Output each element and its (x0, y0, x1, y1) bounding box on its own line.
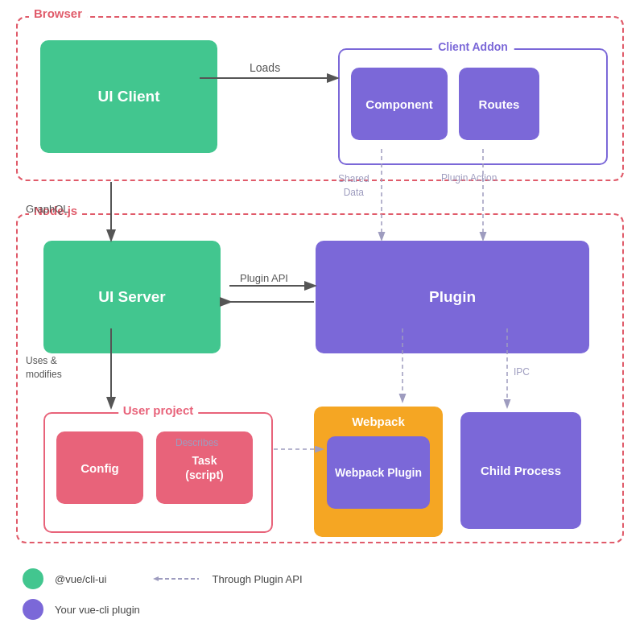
component-box: Component (351, 68, 448, 140)
config-box: Config (56, 431, 143, 504)
plugin-action-label: Plugin Action (441, 172, 497, 184)
client-addon-label: Client Addon (431, 40, 514, 53)
ui-server-box: UI Server (43, 241, 221, 353)
dashed-legend-label: Through Plugin API (213, 573, 303, 585)
diagram: Browser UI Client Client Addon Component… (0, 0, 644, 644)
plugin-api-label: Plugin API (240, 272, 288, 284)
legend-green: @vue/cli-ui Through Plugin API (23, 568, 303, 589)
browser-label: Browser (29, 6, 87, 20)
legend-purple: Your vue-cli plugin (23, 599, 303, 620)
describes-label: Describes (175, 437, 218, 448)
ui-client-box: UI Client (40, 40, 217, 153)
ipc-label: IPC (514, 366, 530, 378)
uses-modifies-label: Uses & modifies (26, 354, 62, 382)
plugin-box: Plugin (316, 241, 589, 353)
child-process-box: Child Process (460, 412, 581, 529)
svg-marker-11 (153, 576, 159, 581)
user-project-container: User project Config Task (script) (43, 412, 273, 533)
routes-box: Routes (459, 68, 539, 140)
dashed-line-svg (151, 573, 203, 584)
green-circle (23, 568, 43, 589)
dashed-legend: Through Plugin API (151, 573, 303, 585)
purple-circle (23, 599, 43, 620)
user-project-label: User project (118, 403, 199, 417)
browser-section: Browser UI Client Client Addon Component… (16, 16, 624, 181)
legend: @vue/cli-ui Through Plugin API Your vue-… (23, 568, 303, 630)
loads-label: Loads (250, 61, 280, 74)
green-legend-label: @vue/cli-ui (55, 573, 107, 585)
nodejs-section: Node.js UI Server Plugin User project Co… (16, 213, 624, 543)
shared-data-label: Shared Data (338, 172, 369, 200)
client-addon-container: Client Addon Component Routes (338, 48, 608, 165)
webpack-container: Webpack Webpack Plugin (314, 407, 443, 537)
webpack-label: Webpack (352, 415, 405, 428)
purple-legend-label: Your vue-cli plugin (55, 604, 140, 616)
webpack-plugin-box: Webpack Plugin (327, 436, 430, 509)
graphql-label: GraphQL (26, 203, 68, 215)
